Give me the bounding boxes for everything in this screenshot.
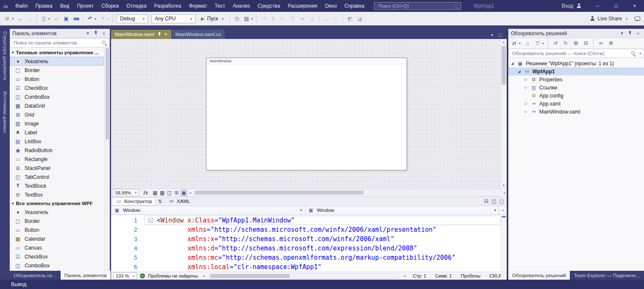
scroll-left-icon[interactable]: ◂ [202, 273, 206, 279]
code-line[interactable]: 1–<Window x:Class="WpfApp1.MainWindow" [111, 216, 501, 225]
code-view-icon[interactable] [596, 38, 605, 48]
toolbox-search-input[interactable] [13, 40, 100, 46]
menu-item[interactable]: Тест [211, 0, 229, 12]
expander-icon[interactable]: ▷ [524, 110, 528, 114]
pin-icon[interactable] [157, 32, 162, 37]
line-ending-indicator[interactable]: CRLF [489, 273, 502, 278]
designer-zoom-dropdown[interactable]: 58,89% ▾ [113, 189, 139, 196]
quick-search-input[interactable] [377, 3, 451, 9]
panel-tab[interactable]: Обозреватель решений [508, 271, 570, 280]
menu-item[interactable]: Разработка [151, 0, 185, 12]
toolbox-group-header[interactable]: ▾Все элементы управления WPF [10, 199, 110, 208]
toolbox-item[interactable]: ListBox [10, 137, 104, 146]
close-icon[interactable]: × [100, 31, 107, 36]
design-view-tab[interactable]: Конструктор [112, 197, 156, 206]
snap-grid-icon[interactable] [159, 189, 166, 196]
scrollbar-thumb[interactable] [502, 46, 506, 85]
start-debugging-button[interactable]: ▶ Пуск ▾ [198, 14, 227, 24]
open-file-icon[interactable] [52, 14, 61, 24]
tree-item[interactable]: ◢WpfApp1 [508, 67, 644, 75]
expander-icon[interactable]: ▷ [524, 102, 528, 106]
health-check-icon[interactable]: ✓ [140, 273, 145, 278]
menu-item[interactable]: Анализ [229, 0, 254, 12]
scroll-left-icon[interactable]: ◂ [189, 190, 192, 196]
toolbox-item[interactable]: RadioButton [10, 146, 104, 155]
window-position-icon[interactable]: ▾ [619, 31, 625, 36]
sign-in-button[interactable]: Вход [562, 3, 581, 9]
menu-item[interactable]: Проект [73, 0, 98, 12]
switch-views-icon[interactable]: ▾ [510, 38, 522, 48]
filter-icon[interactable]: ▾ [533, 38, 545, 48]
panel-tab[interactable]: Team Explorer — Подключе... [570, 271, 644, 280]
toolbox-item[interactable]: DataGrid [10, 101, 104, 110]
side-tab[interactable]: Структура документа [3, 31, 8, 80]
menu-item[interactable]: Расширения [284, 0, 321, 12]
minimize-button[interactable]: – [588, 0, 607, 12]
code-line[interactable]: 3 xmlns:x="http://schemas.microsoft.com/… [111, 234, 501, 244]
designer-vertical-scrollbar[interactable]: ▴ ▾ [500, 39, 507, 188]
quick-search-box[interactable] [374, 2, 461, 10]
expander-icon[interactable]: ▷ [524, 78, 528, 81]
show-grid-icon[interactable] [152, 189, 159, 196]
toolbox-item[interactable]: StackPanel [10, 164, 104, 172]
design-window-preview[interactable]: MainWindow [206, 58, 407, 170]
output-window-icon[interactable]: ▾ [242, 14, 254, 24]
panel-tab[interactable]: Панель элементов [61, 271, 111, 280]
toolbox-item[interactable]: Button [10, 75, 104, 83]
document-list-icon[interactable]: ▾ [491, 33, 493, 37]
swap-panes-icon[interactable]: ⇅ [156, 199, 164, 204]
xaml-editor[interactable]: 1–<Window x:Class="WpfApp1.MainWindow"2 … [111, 215, 507, 272]
indentation-indicator[interactable]: Пробелы [461, 273, 480, 278]
scroll-up-icon[interactable]: ▴ [502, 39, 506, 45]
sync-with-active-icon[interactable] [551, 38, 560, 48]
scroll-down-icon[interactable]: ▾ [502, 182, 506, 188]
menu-item[interactable]: Вид [56, 0, 73, 12]
chevron-down-icon[interactable]: ▾ [639, 52, 641, 56]
solution-search-input[interactable] [511, 50, 629, 56]
live-share-button[interactable]: Live Share ▾ [590, 16, 627, 22]
editor-horizontal-scrollbar[interactable] [209, 273, 399, 279]
add-item-icon[interactable]: ▾ [3, 14, 15, 24]
toolbox-item[interactable]: TextBlock [10, 181, 104, 190]
nest-files-icon[interactable] [571, 38, 580, 48]
toolbox-item[interactable]: Calendar [10, 234, 104, 243]
document-tab[interactable]: MainWindow.xaml.cs [172, 30, 225, 39]
split-vertical-icon[interactable] [491, 198, 497, 205]
properties-icon[interactable] [606, 38, 616, 48]
menu-item[interactable]: Окно [321, 0, 340, 12]
code-line[interactable]: 6 xmlns:local="clr-namespace:WpfApp1" [111, 262, 501, 272]
tree-item[interactable]: ◢Решение "WpfApp1" (проекты: 1 из 1) [508, 59, 644, 67]
splitter-grip-icon[interactable]: + [499, 208, 507, 213]
tree-item[interactable]: ▷MainWindow.xaml [508, 108, 644, 116]
new-file-icon[interactable]: ▾ [39, 14, 51, 24]
effects-button[interactable]: fx [140, 190, 150, 196]
breadcrumb-left-dropdown[interactable]: Window ▾ [111, 206, 305, 214]
toolbox-item[interactable]: Border [10, 66, 104, 75]
menu-item[interactable]: Сборка [98, 0, 123, 12]
toolbox-item[interactable]: CheckBox [10, 252, 104, 261]
output-tab[interactable]: Вывод [11, 281, 26, 287]
scrollbar-track[interactable] [501, 45, 507, 182]
editor-vertical-scrollbar[interactable] [501, 215, 507, 272]
maximize-button[interactable]: □ [607, 0, 625, 12]
toolbox-scrollbar[interactable] [104, 47, 110, 271]
toolbox-item[interactable]: TextBox [10, 190, 104, 199]
breadcrumb-right-dropdown[interactable]: Window ▾ [305, 206, 499, 214]
code-line[interactable]: 5 xmlns:mc="http://schemas.openxmlformat… [111, 253, 501, 262]
menu-item[interactable]: Отладка [123, 0, 150, 12]
tree-item[interactable]: ▷Ссылки [508, 83, 644, 92]
feedback-button[interactable] [633, 14, 641, 24]
toolbox-item[interactable]: Button [10, 225, 104, 234]
float-window-icon[interactable]: ▢ [499, 33, 502, 37]
toolbox-item[interactable]: Border [10, 217, 104, 225]
close-icon[interactable]: × [164, 31, 167, 37]
toolbox-item[interactable]: CheckBox [10, 83, 104, 92]
designer-surface[interactable]: MainWindow ▴ ▾ [111, 39, 507, 188]
toolbox-group-header[interactable]: ▾Типовые элементы управления ... [10, 48, 110, 57]
toolbox-item[interactable]: Указатель [10, 208, 104, 217]
scrollbar-thumb[interactable] [106, 48, 109, 139]
toolbox-item[interactable]: ComboBox [10, 261, 104, 270]
undo-icon[interactable]: ▾ [85, 14, 98, 24]
toolbox-item[interactable]: Rectangle [10, 155, 104, 164]
toolbox-item[interactable]: Label [10, 128, 104, 137]
